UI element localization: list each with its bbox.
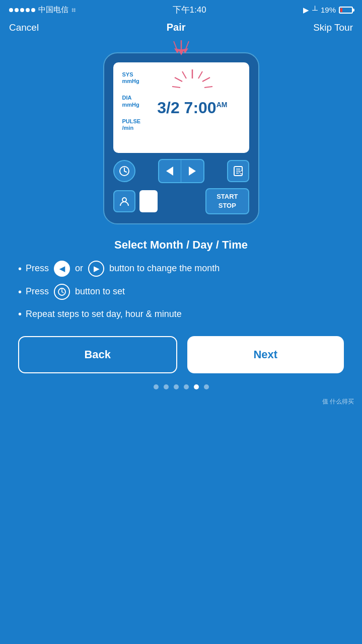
left-arrow-inline-btn: ◀: [54, 261, 70, 277]
location-icon: ▶: [303, 6, 309, 15]
bullet-3: •: [18, 307, 22, 321]
bullet-2: •: [18, 285, 22, 299]
user-button[interactable]: [113, 190, 135, 212]
start-label: START: [216, 192, 238, 201]
back-button[interactable]: Back: [18, 336, 177, 373]
page-dot-6: [204, 384, 209, 389]
device-controls: [113, 159, 249, 183]
svg-line-24: [62, 292, 63, 293]
right-arrow-button[interactable]: [181, 160, 203, 182]
status-left: 中国电信 ⌗: [9, 5, 76, 15]
dia-label: DIAmmHg: [122, 95, 141, 108]
battery-percent: 19%: [321, 6, 336, 14]
battery-icon: [339, 7, 353, 14]
bluetooth-icon: ┴: [312, 6, 318, 14]
ampm-display: AM: [216, 101, 228, 109]
bottom-left-controls: [113, 190, 158, 212]
pulse-label: PULSE/min: [122, 118, 141, 131]
svg-line-9: [202, 77, 210, 82]
cancel-button[interactable]: Cancel: [9, 22, 39, 33]
right-arrow-icon: [189, 167, 196, 176]
svg-line-10: [175, 77, 182, 82]
time-display: 3/2 7:00: [157, 99, 216, 117]
arrow-indicator: [103, 40, 259, 56]
instruction-step-1: • Press ◀ or ▶ button to change the mont…: [18, 261, 344, 277]
page-dots: [0, 384, 362, 389]
page-dot-3: [174, 384, 179, 389]
left-arrow-button[interactable]: [159, 160, 181, 182]
svg-line-15: [124, 171, 126, 172]
bp-monitor-device: SYSmmHg DIAmmHg PULSE/min: [103, 52, 259, 224]
stop-label: STOP: [216, 201, 238, 210]
skip-tour-button[interactable]: Skip Tour: [313, 22, 353, 33]
arrow-buttons: [158, 159, 204, 183]
nav-bar: Cancel Pair Skip Tour: [0, 20, 362, 40]
svg-line-8: [182, 71, 186, 78]
clock-inline-btn: [54, 284, 70, 300]
page-dot-4: [184, 384, 189, 389]
svg-line-11: [204, 87, 212, 88]
signal-dots: [9, 8, 35, 12]
nav-buttons: Back Next: [0, 336, 362, 373]
screen-time: 3/2 7:00AM: [157, 99, 227, 117]
status-time: 下午1:40: [173, 4, 206, 16]
page-dot-5: [194, 384, 199, 389]
step2-text: Press button to set: [26, 284, 125, 300]
svg-line-7: [198, 71, 202, 78]
step3-text: Repeat steps to set day, hour & minute: [26, 308, 182, 320]
svg-line-12: [172, 87, 180, 88]
instructions-heading: Select Month / Day / Time: [18, 238, 344, 252]
device-screen: SYSmmHg DIAmmHg PULSE/min: [113, 62, 249, 153]
start-stop-button[interactable]: START STOP: [205, 188, 249, 214]
screen-display: 3/2 7:00AM: [140, 68, 244, 147]
memo-button[interactable]: [227, 160, 249, 182]
screen-labels: SYSmmHg DIAmmHg PULSE/min: [122, 68, 141, 147]
left-arrow-icon: [166, 167, 173, 176]
wifi-icon: ⌗: [71, 6, 76, 15]
device-illustration: SYSmmHg DIAmmHg PULSE/min: [0, 40, 362, 224]
page-title: Pair: [167, 22, 186, 33]
status-bar: 中国电信 ⌗ 下午1:40 ▶ ┴ 19%: [0, 0, 362, 20]
bullet-1: •: [18, 262, 22, 276]
instruction-step-3: • Repeat steps to set day, hour & minute: [18, 307, 344, 321]
sys-label: SYSmmHg: [122, 71, 141, 85]
svg-point-21: [122, 198, 126, 202]
next-button[interactable]: Next: [187, 336, 344, 373]
page-dot-2: [164, 384, 169, 389]
watermark: 值 什么得买: [0, 397, 362, 410]
memo-slot: [139, 190, 158, 212]
step1-text: Press ◀ or ▶ button to change the month: [26, 261, 220, 277]
carrier-label: 中国电信: [38, 5, 68, 15]
instructions-section: Select Month / Day / Time • Press ◀ or ▶…: [0, 238, 362, 321]
status-right: ▶ ┴ 19%: [303, 6, 353, 15]
device-bottom-row: START STOP: [113, 188, 249, 214]
clock-button[interactable]: [113, 160, 135, 182]
page-dot-1: [154, 384, 159, 389]
instruction-step-2: • Press button to set: [18, 284, 344, 300]
right-arrow-inline-btn: ▶: [88, 261, 104, 277]
